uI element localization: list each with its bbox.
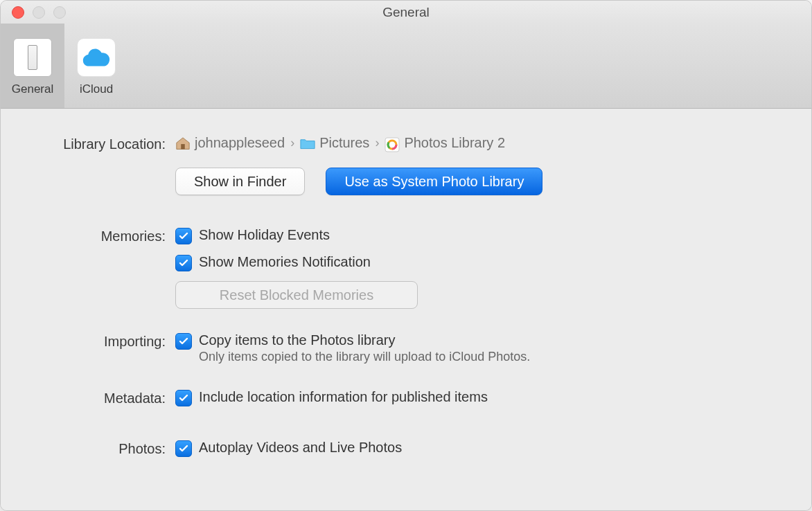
- window-title: General: [1, 1, 811, 24]
- home-icon: [175, 137, 191, 150]
- show-memories-notification-checkbox[interactable]: [175, 255, 192, 271]
- preferences-window: General General iCloud Library Location:: [0, 0, 812, 511]
- show-memories-notification-label: Show Memories Notification: [199, 254, 371, 270]
- breadcrumb-library[interactable]: Photos Library 2: [404, 135, 505, 151]
- general-icon: [13, 38, 52, 77]
- photos-label: Photos:: [21, 440, 175, 457]
- folder-icon: [300, 137, 315, 150]
- copy-items-label: Copy items to the Photos library: [199, 332, 530, 348]
- memories-label: Memories:: [21, 227, 175, 244]
- show-holiday-events-checkbox[interactable]: [175, 228, 192, 244]
- metadata-label: Metadata:: [21, 389, 175, 406]
- copy-items-sublabel: Only items copied to the library will up…: [199, 350, 530, 364]
- zoom-window-button[interactable]: [53, 6, 66, 19]
- chevron-right-icon: ›: [375, 136, 379, 150]
- titlebar: General: [1, 1, 811, 24]
- breadcrumb-home[interactable]: johnappleseed: [195, 135, 285, 151]
- copy-items-checkbox[interactable]: [175, 333, 192, 350]
- close-window-button[interactable]: [12, 6, 24, 19]
- library-location-label: Library Location:: [21, 135, 175, 152]
- include-location-checkbox[interactable]: [175, 390, 192, 406]
- autoplay-checkbox[interactable]: [175, 440, 192, 457]
- tab-icloud-label: iCloud: [80, 82, 113, 96]
- autoplay-label: Autoplay Videos and Live Photos: [199, 440, 402, 456]
- window-controls: [12, 6, 66, 19]
- include-location-label: Include location information for publish…: [199, 389, 488, 405]
- svg-rect-0: [181, 144, 184, 149]
- show-holiday-events-label: Show Holiday Events: [199, 227, 330, 243]
- use-as-system-photo-library-button[interactable]: Use as System Photo Library: [326, 168, 542, 195]
- icloud-icon: [77, 38, 116, 77]
- tab-icloud[interactable]: iCloud: [64, 24, 128, 108]
- show-in-finder-button[interactable]: Show in Finder: [175, 168, 305, 195]
- tab-general[interactable]: General: [1, 24, 64, 108]
- library-path-breadcrumb: johnappleseed › Pictures › Pho: [175, 135, 791, 151]
- chevron-right-icon: ›: [290, 136, 294, 150]
- reset-blocked-memories-button: Reset Blocked Memories: [175, 281, 418, 309]
- importing-label: Importing:: [21, 332, 175, 350]
- tab-general-label: General: [12, 82, 53, 96]
- minimize-window-button[interactable]: [33, 6, 45, 19]
- content-pane: Library Location: johnappleseed › P: [1, 109, 811, 510]
- photos-library-icon: [385, 137, 400, 150]
- prefs-toolbar: General iCloud: [1, 24, 811, 109]
- breadcrumb-folder[interactable]: Pictures: [319, 135, 369, 151]
